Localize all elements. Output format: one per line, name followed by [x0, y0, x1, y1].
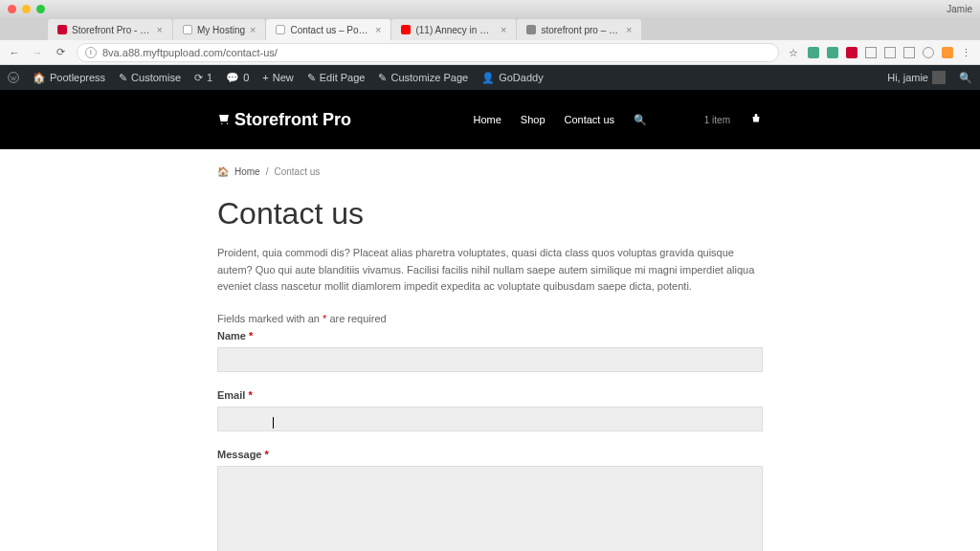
- tab-title: storefront pro – Just another: [541, 25, 621, 35]
- breadcrumb-sep: /: [266, 166, 269, 177]
- cart-link[interactable]: £79.00 1 item: [666, 114, 730, 125]
- wp-greeting[interactable]: Hi, jamie: [887, 71, 946, 84]
- forward-button[interactable]: →: [31, 47, 44, 58]
- favicon-icon: [401, 25, 411, 34]
- extension-icon[interactable]: [884, 47, 896, 58]
- tab-title: Contact us – Pootlepress: [290, 25, 370, 35]
- tab-storefront-pro[interactable]: Storefront Pro - easily custom ×: [48, 19, 172, 40]
- wp-logo[interactable]: [8, 72, 19, 83]
- star-icon[interactable]: ☆: [789, 47, 800, 58]
- wp-new[interactable]: + New: [262, 72, 293, 83]
- primary-nav: Home Shop Contact us 🔍 £79.00 1 item: [473, 112, 763, 127]
- nav-contact[interactable]: Contact us: [565, 114, 615, 125]
- search-icon[interactable]: 🔍: [959, 72, 972, 84]
- tab-title: (11) Annecy in Motion - 4K -: [415, 25, 496, 35]
- extension-icon[interactable]: [942, 47, 953, 58]
- page-intro: Proident, quia commodi dis? Placeat alia…: [217, 245, 763, 296]
- field-message: Message *: [217, 449, 763, 551]
- wp-comments[interactable]: 💬 0: [226, 72, 249, 84]
- tab-title: My Hosting: [197, 25, 245, 35]
- toolbar-icons: ☆ ⋮: [789, 47, 972, 58]
- breadcrumb-current: Contact us: [274, 166, 320, 177]
- close-icon[interactable]: ×: [250, 24, 256, 35]
- wp-site-name[interactable]: 🏠 Pootlepress: [33, 72, 105, 84]
- nav-home[interactable]: Home: [473, 114, 501, 125]
- extension-icon[interactable]: [827, 47, 838, 58]
- logo-text: Storefront Pro: [234, 110, 351, 130]
- home-icon: 🏠: [217, 166, 229, 177]
- asterisk-icon: *: [249, 330, 253, 342]
- os-user-label: Jamie: [947, 4, 972, 14]
- asterisk-icon: *: [248, 389, 252, 401]
- favicon-icon: [276, 25, 285, 34]
- site-header: Storefront Pro Home Shop Contact us 🔍 £7…: [0, 90, 980, 149]
- field-name: Name *: [217, 330, 763, 372]
- wp-edit-page[interactable]: ✎ Edit Page: [307, 72, 366, 84]
- page-content: 🏠 Home / Contact us Contact us Proident,…: [0, 149, 980, 551]
- tab-youtube[interactable]: (11) Annecy in Motion - 4K - ×: [391, 19, 516, 40]
- favicon-icon: [526, 25, 536, 34]
- search-icon[interactable]: 🔍: [634, 114, 647, 126]
- info-icon[interactable]: i: [85, 47, 97, 58]
- cart-items-count: 1 item: [704, 115, 730, 125]
- field-email: Email *: [217, 389, 763, 431]
- extension-icon[interactable]: [865, 47, 877, 58]
- wp-admin-bar: 🏠 Pootlepress ✎ Customise ⟳ 1 💬 0 + New …: [0, 65, 980, 90]
- close-window-button[interactable]: [8, 5, 16, 13]
- name-input[interactable]: [217, 347, 763, 372]
- address-bar: ← → ⟳ i 8va.a88.myftpupload.com/contact-…: [0, 40, 980, 65]
- close-icon[interactable]: ×: [375, 24, 381, 35]
- back-button[interactable]: ←: [8, 47, 21, 58]
- close-icon[interactable]: ×: [501, 24, 506, 35]
- wp-updates[interactable]: ⟳ 1: [194, 72, 212, 84]
- favicon-icon: [183, 25, 192, 34]
- url-field[interactable]: i 8va.a88.myftpupload.com/contact-us/: [77, 43, 779, 62]
- favicon-icon: [57, 25, 67, 34]
- menu-icon[interactable]: ⋮: [961, 47, 972, 58]
- site-logo[interactable]: Storefront Pro: [217, 110, 351, 130]
- page-title: Contact us: [217, 196, 763, 231]
- cart-price: £79.00: [666, 114, 699, 125]
- asterisk-icon: *: [265, 449, 269, 460]
- extension-icon[interactable]: [846, 47, 858, 58]
- email-input[interactable]: [217, 407, 763, 431]
- basket-icon[interactable]: [749, 112, 763, 127]
- close-icon[interactable]: ×: [157, 24, 163, 35]
- breadcrumb: 🏠 Home / Contact us: [217, 166, 763, 177]
- avatar: [932, 71, 946, 84]
- tab-title: Storefront Pro - easily custom: [72, 25, 152, 35]
- window-controls: [8, 5, 45, 13]
- wp-customise[interactable]: ✎ Customise: [119, 72, 181, 84]
- breadcrumb-home[interactable]: Home: [234, 166, 260, 177]
- nav-shop[interactable]: Shop: [521, 114, 546, 125]
- extension-icon[interactable]: [808, 47, 819, 58]
- tab-storefront-site[interactable]: storefront pro – Just another ×: [517, 19, 641, 40]
- wp-customize-page[interactable]: ✎ Customize Page: [378, 72, 468, 84]
- reload-button[interactable]: ⟳: [54, 46, 67, 58]
- tab-my-hosting[interactable]: My Hosting ×: [173, 19, 265, 40]
- extension-icon[interactable]: [903, 47, 915, 58]
- tab-contact-us[interactable]: Contact us – Pootlepress ×: [266, 19, 390, 40]
- url-text: 8va.a88.myftpupload.com/contact-us/: [102, 47, 278, 58]
- label-message: Message *: [217, 449, 763, 460]
- required-fields-note: Fields marked with an * are required: [217, 313, 763, 324]
- wordpress-icon: [8, 72, 19, 83]
- label-name: Name *: [217, 330, 763, 342]
- browser-tabs: Storefront Pro - easily custom × My Host…: [0, 17, 980, 40]
- minimize-window-button[interactable]: [22, 5, 31, 13]
- os-titlebar: Jamie: [0, 0, 980, 17]
- extension-icon[interactable]: [923, 47, 934, 58]
- cart-icon: [217, 113, 231, 126]
- wp-godaddy[interactable]: 👤 GoDaddy: [481, 72, 543, 84]
- maximize-window-button[interactable]: [36, 5, 45, 13]
- label-email: Email *: [217, 389, 763, 401]
- message-input[interactable]: [217, 466, 763, 551]
- close-icon[interactable]: ×: [626, 24, 632, 35]
- text-cursor: [273, 417, 274, 429]
